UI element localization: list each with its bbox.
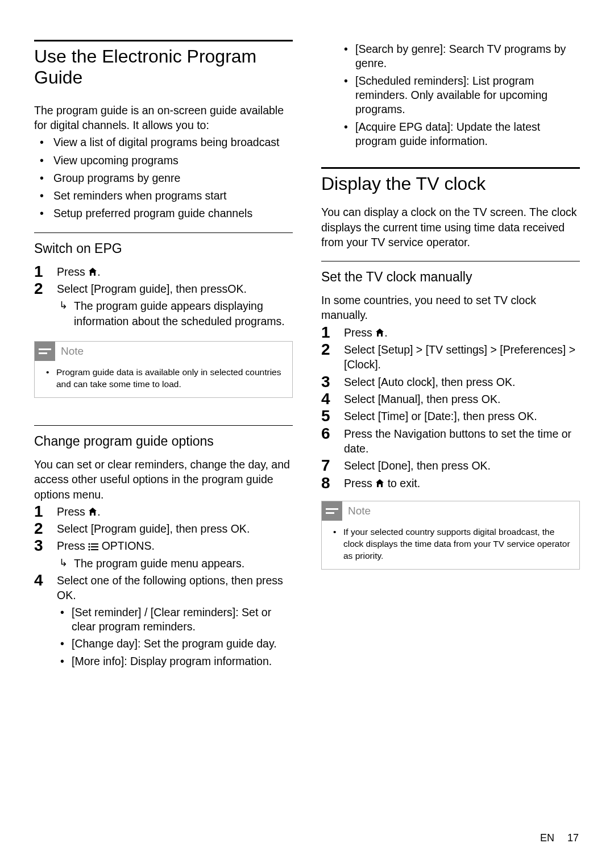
step-text: > (413, 343, 425, 356)
step-item: Press OPTIONS. The program guide menu ap… (34, 538, 293, 571)
opt-bold: [Clear reminders] (151, 606, 236, 618)
option-bullets: [Set reminder] / [Clear reminders]: Set … (57, 605, 293, 668)
opt-bold: [Set reminder] (72, 606, 141, 618)
footer-lang: EN (540, 832, 554, 844)
step-bold: [Date:] (424, 410, 457, 422)
svg-point-0 (89, 543, 90, 545)
note-body: If your selected country supports digita… (322, 521, 579, 569)
step-item: Press . (34, 504, 293, 519)
step-item: Select [Program guide], then press OK. (34, 521, 293, 536)
step-text: . (151, 539, 154, 552)
subsection-switch-on-epg: Switch on EPG (34, 241, 293, 256)
step-result: The program guide menu appears. (57, 556, 293, 571)
rule-thin (34, 232, 293, 233)
step-text: . (247, 522, 250, 535)
step-text: . (534, 410, 537, 422)
option-bullets-cont: [Search by genre]: Search TV programs by… (321, 42, 580, 148)
step-bold: OK (227, 283, 243, 295)
svg-rect-1 (91, 543, 98, 545)
step-item: Select [Setup] > [TV settings] > [Prefer… (321, 342, 580, 372)
options-icon (88, 543, 98, 551)
step-item: Select [Program guide], then pressOK. Th… (34, 281, 293, 329)
step-text: Press (57, 505, 88, 518)
step-item: Select [Manual], then press OK. (321, 392, 580, 406)
step-text: , then press (410, 459, 471, 472)
step-text: Press (57, 265, 88, 278)
note-bullet: If your selected country supports digita… (333, 526, 571, 562)
opt-text: : Set the program guide day. (138, 637, 277, 650)
two-column-layout: Use the Electronic Program Guide The pro… (34, 40, 580, 671)
step-text: > (566, 343, 575, 356)
step-text: . (97, 505, 100, 518)
step-text: Select (344, 459, 378, 472)
option-bullet: [More info]: Display program information… (72, 654, 293, 668)
step-bold: [Setup] (378, 343, 413, 356)
step-bold: [Clock] (344, 358, 378, 371)
svg-point-2 (89, 546, 90, 548)
option-bullet: [Set reminder] / [Clear reminders]: Set … (72, 605, 293, 634)
svg-point-4 (89, 549, 90, 551)
step-text: Select (57, 522, 91, 535)
note-header: Note (35, 342, 292, 361)
rule-thick (321, 167, 580, 169)
note-icon (35, 342, 55, 361)
option-bullet: [Change day]: Set the program guide day. (72, 637, 293, 651)
note-body: Program guide data is available only in … (35, 361, 292, 397)
step-text: or (408, 410, 424, 422)
epg-bullet-list: View a list of digital programs being br… (34, 135, 293, 221)
note-bullets: If your selected country supports digita… (333, 526, 571, 562)
step-text: Select one of the following options, the… (57, 574, 283, 587)
step-text: , then press (420, 393, 481, 405)
step-result: The program guide appears displaying inf… (57, 298, 293, 329)
step-bold: OK (231, 522, 247, 535)
step-bold: Navigation buttons (394, 427, 486, 440)
note-box: Note Program guide data is available onl… (34, 341, 293, 398)
step-text: , then press (435, 376, 496, 388)
opt-bold: [Search by genre] (355, 43, 443, 55)
step-item: Press . (321, 325, 580, 340)
step-text: Press (57, 539, 88, 552)
step-bold: [Program guide] (91, 522, 170, 535)
step-item: Press . (34, 264, 293, 279)
svg-rect-3 (91, 546, 98, 547)
step-text: Press the (344, 427, 394, 440)
step-text: Select (344, 343, 378, 356)
step-text: . (497, 393, 500, 405)
option-bullet: [Scheduled reminders]: List program remi… (355, 74, 580, 117)
home-icon (88, 507, 97, 516)
step-text: . (97, 265, 100, 278)
step-text: Press (344, 477, 375, 489)
step-bold: [Done] (378, 459, 410, 472)
opt-bold: [Scheduled reminders] (355, 74, 466, 87)
clock-intro: You can display a clock on the TV screen… (321, 205, 580, 250)
steps-switch-epg: Press . Select [Program guide], then pre… (34, 264, 293, 329)
bullet-item: View upcoming programs (53, 153, 293, 168)
home-icon (375, 328, 384, 337)
step-text: . (512, 376, 515, 388)
step-text: , then press (457, 410, 518, 422)
step-bold: OK (471, 459, 487, 472)
page-footer: EN 17 (540, 832, 579, 844)
step-text: . (384, 326, 387, 339)
bullet-item: Setup preferred program guide channels (53, 206, 293, 221)
step-bold: OK (518, 410, 534, 422)
step-bold: [Preferences] (500, 343, 566, 356)
rule-thin (321, 261, 580, 261)
step-text: Select (344, 376, 378, 388)
step-text: > (487, 343, 500, 356)
step-bold: [Auto clock] (378, 376, 435, 388)
step-bold: [Time] (378, 410, 408, 422)
bullet-item: View a list of digital programs being br… (53, 135, 293, 149)
step-bold: [TV settings] (426, 343, 487, 356)
opt-bold: [Acquire EPG data] (355, 121, 450, 133)
bullet-item: Set reminders when programs start (53, 188, 293, 203)
footer-page: 17 (567, 832, 579, 844)
right-column: [Search by genre]: Search TV programs by… (321, 40, 580, 671)
step-item: Press to exit. (321, 476, 580, 491)
step-item: Select [Time] or [Date:], then press OK. (321, 409, 580, 423)
opt-bold: [More info] (72, 655, 124, 667)
note-icon (322, 501, 342, 521)
note-label: Note (348, 505, 371, 517)
option-bullet: [Acquire EPG data]: Update the latest pr… (355, 120, 580, 149)
step-bold: OK (482, 393, 497, 405)
